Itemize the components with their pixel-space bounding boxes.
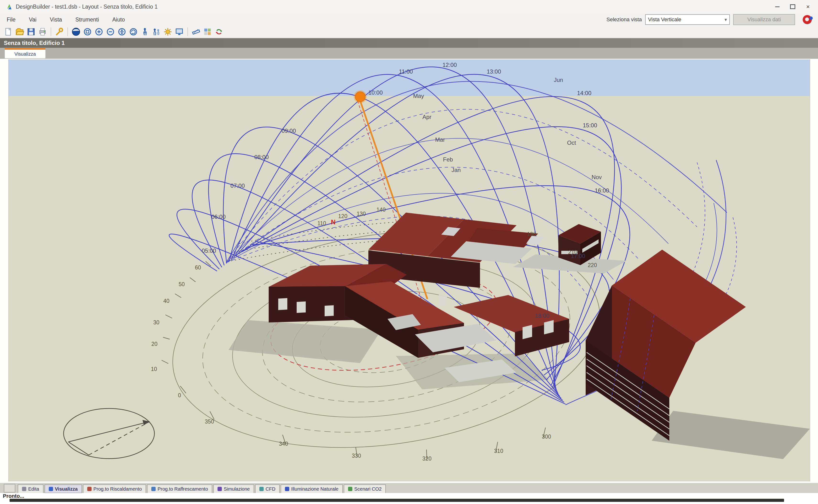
tab-prog-to-riscaldamento[interactable]: Prog.to Riscaldamento	[83, 484, 146, 493]
zoom-out-icon[interactable]	[105, 27, 116, 37]
chevron-down-icon: ▾	[725, 17, 727, 22]
diagram-label-190: 190	[527, 231, 536, 237]
zoom-in-icon[interactable]	[94, 27, 104, 37]
wrench-tool-icon[interactable]	[54, 27, 64, 37]
daylight-view-icon[interactable]	[162, 27, 173, 37]
diagram-label-140: 140	[377, 207, 386, 213]
diagram-label-Nov: Nov	[591, 174, 602, 181]
diagram-label-07-00: 07:00	[231, 182, 245, 189]
menu-item-file[interactable]: File	[0, 16, 22, 23]
view-select-dropdown[interactable]: Vista Verticale ▾	[645, 14, 730, 25]
diagram-label-10: 10	[151, 366, 157, 372]
diagram-label-320: 320	[422, 456, 431, 462]
diagram-label-220: 220	[588, 262, 597, 268]
diagram-label-300: 300	[542, 434, 551, 440]
diagram-label-09-00: 09:00	[282, 128, 296, 134]
diagram-label-340: 340	[279, 441, 288, 447]
print-icon[interactable]	[37, 27, 48, 37]
diagram-label-210: 210	[568, 249, 577, 256]
diagram-label-120: 120	[338, 213, 347, 220]
diagram-label-310: 310	[494, 448, 503, 454]
designbuilder-window: DesignBuilder - test1.dsb - Layout - Sen…	[0, 0, 818, 504]
menu-item-vai[interactable]: Vai	[22, 16, 43, 23]
pan-view-icon[interactable]	[117, 27, 127, 37]
tab-cfd[interactable]: CFD	[255, 484, 280, 493]
tab-prog-to-raffrescamento[interactable]: Prog.to Raffrescamento	[147, 484, 212, 493]
menu-item-vista[interactable]: Vista	[43, 16, 69, 23]
open-folder-icon[interactable]	[14, 27, 25, 37]
diagram-label-14-00: 14:00	[577, 90, 591, 97]
tab-label: Visualizza	[55, 486, 78, 492]
tab-edita[interactable]: Edita	[18, 484, 43, 493]
tab-label: Prog.to Riscaldamento	[93, 486, 142, 492]
active-object-label: Senza titolo, Edificio 1	[4, 40, 65, 46]
diagram-label-Jan: Jan	[452, 167, 461, 173]
people-view-icon[interactable]	[151, 27, 161, 37]
tab-label: Prog.to Raffrescamento	[157, 486, 208, 492]
heating-icon	[87, 487, 91, 491]
north-label: N	[331, 219, 336, 226]
tab-label: Simulazione	[224, 486, 250, 492]
menu-item-strumenti[interactable]: Strumenti	[69, 16, 105, 23]
diagram-label-50: 50	[178, 281, 185, 288]
diagram-label-15-00: 15:00	[583, 122, 597, 129]
3d-viewport[interactable]: 05:0006:0007:0008:0009:0010:0011:0012:00…	[9, 60, 810, 481]
bottom-tab-bar: EditaVisualizzaProg.to RiscaldamentoProg…	[0, 483, 818, 493]
status-bar: Pronto...	[0, 493, 818, 504]
measure-tool-icon[interactable]	[191, 27, 201, 37]
viewport-frame: 05:0006:0007:0008:0009:0010:0011:0012:00…	[0, 59, 818, 483]
tab-scroll-button[interactable]	[4, 484, 15, 493]
rotate-view-icon[interactable]	[128, 27, 139, 37]
progress-band	[10, 499, 784, 502]
diagram-label-30: 30	[153, 319, 159, 326]
window-title: DesignBuilder - test1.dsb - Layout - Sen…	[16, 4, 157, 10]
sun-icon	[355, 92, 365, 102]
tab-label: Edita	[28, 486, 39, 492]
diagram-label-Feb: Feb	[443, 156, 453, 163]
tab-visualizza[interactable]: Visualizza	[44, 484, 82, 493]
tab-label: Scenari CO2	[354, 486, 382, 492]
fan-icon	[259, 487, 264, 491]
tab-scenari-co2[interactable]: Scenari CO2	[344, 484, 386, 493]
save-icon[interactable]	[26, 27, 36, 37]
diagram-label-60: 60	[195, 264, 201, 271]
tab-visualizza-top[interactable]: Visualizza	[5, 48, 45, 58]
diagram-label-08-00: 08:00	[254, 154, 269, 161]
view-controls: Seleziona vista Vista Verticale ▾ Visual…	[606, 13, 812, 26]
cooling-icon	[151, 487, 155, 491]
walkthrough-icon[interactable]	[139, 27, 150, 37]
breadcrumb-header: Senza titolo, Edificio 1	[0, 38, 818, 48]
maximize-button[interactable]	[785, 1, 800, 12]
diagram-label-12-00: 12:00	[442, 62, 457, 68]
diagram-label-110: 110	[318, 220, 326, 227]
eye-icon	[49, 487, 53, 491]
minimize-button[interactable]	[770, 1, 785, 12]
visualise-data-button[interactable]: Visualizza dati	[733, 14, 795, 25]
co2-icon	[348, 487, 352, 491]
new-file-icon[interactable]	[3, 27, 13, 37]
diagram-label-Mar: Mar	[435, 136, 445, 143]
diagram-label-Oct: Oct	[567, 139, 576, 146]
toolbar-separator	[67, 27, 68, 36]
display-options-icon[interactable]	[174, 27, 184, 37]
diagram-label-11-00: 11:00	[399, 68, 413, 75]
diagram-label-40: 40	[163, 298, 169, 304]
diagram-label-350: 350	[205, 418, 214, 425]
refresh-view-icon[interactable]	[214, 27, 224, 37]
diagram-label-0: 0	[178, 392, 181, 399]
menu-item-aiuto[interactable]: Aiuto	[106, 16, 131, 23]
app-icon	[6, 4, 12, 10]
orbit-sphere-icon[interactable]	[71, 27, 81, 37]
diagram-label-18-00: 18:00	[535, 312, 549, 319]
sun-path-scene	[9, 60, 810, 481]
close-button[interactable]: ×	[800, 1, 816, 12]
record-movie-icon[interactable]	[803, 15, 812, 24]
sky	[9, 60, 810, 96]
screen-tab-strip: Visualizza	[0, 48, 818, 59]
main-toolbar	[0, 26, 818, 38]
tab-illuminazione-naturale[interactable]: Illuminazione Naturale	[281, 484, 343, 493]
grid-options-icon[interactable]	[202, 27, 213, 37]
tab-simulazione[interactable]: Simulazione	[213, 484, 254, 493]
zoom-extents-icon[interactable]	[82, 27, 93, 37]
title-bar: DesignBuilder - test1.dsb - Layout - Sen…	[0, 0, 818, 13]
